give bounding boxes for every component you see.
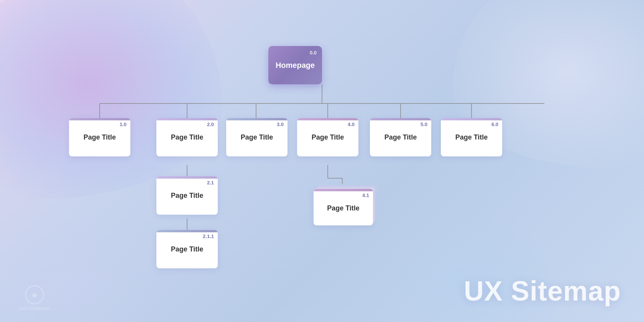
- node-1-0-label: Page Title: [69, 130, 130, 145]
- card-tab-2-1-1: [156, 230, 218, 232]
- node-homepage[interactable]: 0.0 Homepage: [268, 46, 322, 84]
- node-4-1[interactable]: 4.1 Page Title: [314, 189, 373, 225]
- node-2-0[interactable]: 2.0 Page Title: [156, 118, 218, 156]
- node-5-0-label: Page Title: [370, 130, 431, 145]
- node-4-1-label: Page Title: [314, 201, 373, 215]
- card-tab-2-0: [156, 118, 218, 120]
- node-2-1-label: Page Title: [156, 189, 218, 203]
- homepage-label: Homepage: [276, 61, 315, 70]
- node-4-0[interactable]: 4.0 Page Title: [297, 118, 358, 156]
- node-5-0[interactable]: 5.0 Page Title: [370, 118, 431, 156]
- node-1-0[interactable]: 1.0 Page Title: [69, 118, 130, 156]
- main-content: UX Sitemap ◆ Let's Enhance.io: [0, 0, 644, 322]
- node-2-1-1-label: Page Title: [156, 242, 218, 256]
- node-6-0[interactable]: 6.0 Page Title: [441, 118, 502, 156]
- card-tab-4-1: [314, 189, 373, 191]
- card-tab-3-0: [226, 118, 288, 120]
- node-3-0-label: Page Title: [226, 130, 288, 145]
- card-tab-6-0: [441, 118, 502, 120]
- card-tab-2-1: [156, 176, 218, 179]
- card-tab-4-0: [297, 118, 358, 120]
- node-3-0[interactable]: 3.0 Page Title: [226, 118, 288, 156]
- node-2-0-label: Page Title: [156, 130, 218, 145]
- card-tab-1-0: [69, 118, 130, 120]
- node-6-0-label: Page Title: [441, 130, 502, 145]
- connector-lines: [0, 19, 644, 322]
- card-tab-5-0: [370, 118, 431, 120]
- homepage-number: 0.0: [310, 48, 320, 56]
- node-4-1-stack: 4.1 Page Title: [314, 189, 373, 225]
- node-4-0-label: Page Title: [297, 130, 358, 145]
- node-2-1-1[interactable]: 2.1.1 Page Title: [156, 230, 218, 268]
- sitemap-diagram: 0.0 Homepage 1.0 Page Title 2.0 Page Tit…: [0, 19, 644, 322]
- node-2-1[interactable]: 2.1 Page Title: [156, 176, 218, 215]
